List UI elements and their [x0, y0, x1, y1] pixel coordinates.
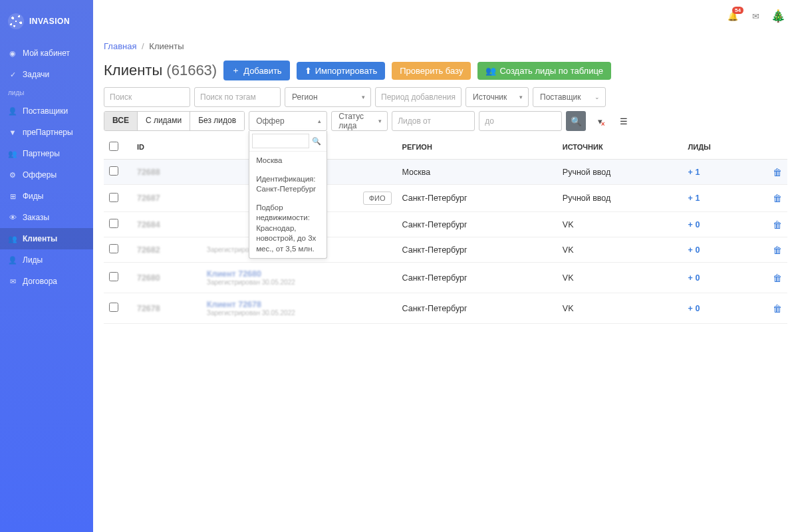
- logo-icon: [8, 13, 24, 29]
- sidebar-item-offers[interactable]: ⚙ Офферы: [0, 164, 93, 186]
- delete-button[interactable]: 🗑: [773, 219, 782, 230]
- table-row[interactable]: 72687 ФИО Санкт-Петербург Ручной ввод + …: [104, 185, 787, 212]
- user-menu[interactable]: 🎄: [771, 9, 785, 23]
- add-lead-button[interactable]: + 0: [688, 304, 700, 313]
- delete-button[interactable]: 🗑: [773, 273, 782, 283]
- cell-client-name: Клиент 72680: [207, 269, 392, 279]
- cell-region: Санкт-Петербург: [397, 293, 557, 324]
- delete-button[interactable]: 🗑: [773, 193, 782, 203]
- row-checkbox[interactable]: [109, 219, 118, 228]
- offer-select[interactable]: Оффер▴: [249, 111, 327, 131]
- delete-button[interactable]: 🗑: [773, 303, 782, 314]
- leads-from-input[interactable]: [392, 111, 475, 131]
- col-id[interactable]: ID: [132, 135, 201, 160]
- sidebar-item-clients[interactable]: 👥 Клиенты: [0, 228, 93, 249]
- cell-source: VK: [557, 263, 683, 293]
- sidebar-item-cabinet[interactable]: ◉ Мой кабинет: [0, 43, 93, 64]
- topbar: 🔔 54 ✉ 🎄: [93, 0, 798, 32]
- page-header: Клиенты (61663) ＋ Добавить ⬆ Импортирова…: [104, 61, 787, 80]
- cell-source: Ручной ввод: [557, 160, 683, 185]
- add-lead-button[interactable]: + 0: [688, 273, 700, 283]
- add-lead-button[interactable]: + 0: [688, 245, 700, 255]
- dropdown-option[interactable]: Идентификация: Санкт-Петербург: [249, 170, 327, 199]
- dropdown-option[interactable]: Москва: [249, 152, 327, 170]
- cell-source: VK: [557, 212, 683, 237]
- logo[interactable]: INVASION: [0, 7, 93, 36]
- add-lead-button[interactable]: + 1: [688, 168, 700, 177]
- funnel-clear-icon: ▾: [598, 116, 602, 126]
- cell-region: Санкт-Петербург: [397, 237, 557, 263]
- tree-icon: 🎄: [771, 9, 785, 23]
- user-icon: 👤: [8, 106, 17, 116]
- upload-icon: ⬆: [305, 66, 312, 76]
- tab-all[interactable]: ВСЕ: [104, 112, 138, 130]
- period-input[interactable]: [375, 87, 462, 107]
- table-row[interactable]: 72688 Москва Ручной ввод + 1 🗑: [104, 160, 787, 185]
- row-checkbox[interactable]: [109, 244, 118, 253]
- tab-with-leads[interactable]: С лидами: [138, 112, 190, 130]
- table-row[interactable]: 72680 Клиент 72680Зарегистрирован 30.05.…: [104, 263, 787, 293]
- col-leads[interactable]: ЛИДЫ: [683, 135, 759, 160]
- table-row[interactable]: 72678 Клиент 72678Зарегистрирован 30.05.…: [104, 293, 787, 324]
- row-checkbox[interactable]: [109, 272, 118, 281]
- sidebar-item-contracts[interactable]: ✉ Договора: [0, 271, 93, 292]
- row-checkbox[interactable]: [109, 193, 118, 202]
- create-leads-button[interactable]: 👥 Создать лиды по таблице: [477, 62, 611, 80]
- lead-status-select[interactable]: Статус лида▾: [331, 111, 388, 131]
- dropdown-option[interactable]: Подбор недвижимости: Краснодар, новостро…: [249, 199, 327, 258]
- check-db-button[interactable]: Проверить базу: [392, 62, 471, 80]
- notification-badge: 54: [732, 7, 743, 14]
- search-input[interactable]: [104, 87, 190, 107]
- row-checkbox[interactable]: [109, 303, 118, 312]
- table-row[interactable]: 72684 Санкт-Петербург VK + 0 🗑: [104, 212, 787, 237]
- sidebar-item-orders[interactable]: 👁 Заказы: [0, 207, 93, 228]
- messages-button[interactable]: ✉: [749, 9, 762, 23]
- row-checkbox[interactable]: [109, 166, 118, 176]
- chevron-down-icon: ⌄: [595, 94, 600, 100]
- import-button[interactable]: ⬆ Импортировать: [297, 62, 386, 80]
- sidebar-item-tasks[interactable]: ✓ Задачи: [0, 64, 93, 85]
- chevron-down-icon: ▾: [378, 118, 382, 124]
- region-select[interactable]: Регион▾: [285, 87, 371, 107]
- table-row[interactable]: 72682 Зарегистрирован 30.05.2022 Санкт-П…: [104, 237, 787, 263]
- cell-region: Санкт-Петербург: [397, 212, 557, 237]
- fio-badge: ФИО: [363, 192, 392, 205]
- supplier-select[interactable]: Поставщик⌄: [533, 87, 606, 107]
- trash-icon: 🗑: [773, 303, 782, 314]
- source-select[interactable]: Источник▾: [466, 87, 529, 107]
- delete-button[interactable]: 🗑: [773, 245, 782, 255]
- nav: ◉ Мой кабинет ✓ Задачи лиды 👤 Поставщики…: [0, 43, 93, 292]
- sidebar-item-partners[interactable]: 👥 Партнеры: [0, 143, 93, 164]
- leads-to-input[interactable]: [479, 111, 562, 131]
- breadcrumb-home[interactable]: Главная: [104, 41, 136, 51]
- dropdown-list[interactable]: Москва Идентификация: Санкт-Петербург По…: [249, 152, 327, 258]
- dropdown-search-input[interactable]: [252, 134, 309, 148]
- add-lead-button[interactable]: + 1: [688, 194, 700, 203]
- add-lead-button[interactable]: + 0: [688, 220, 700, 229]
- check-icon: ✓: [8, 70, 17, 79]
- add-button[interactable]: ＋ Добавить: [223, 61, 289, 80]
- col-region[interactable]: РЕГИОН: [397, 135, 557, 160]
- trash-icon: 🗑: [773, 167, 782, 178]
- filter-row-1: Регион▾ Источник▾ Поставщик⌄: [104, 87, 787, 107]
- tags-search-input[interactable]: [194, 87, 281, 107]
- clear-filters-button[interactable]: ▾: [590, 111, 610, 131]
- search-button[interactable]: 🔍: [566, 111, 586, 131]
- main: 🔔 54 ✉ 🎄 Главная / Клиенты Клиенты (6166…: [93, 0, 798, 532]
- delete-button[interactable]: 🗑: [773, 167, 782, 178]
- trash-icon: 🗑: [773, 219, 782, 230]
- cell-registered: Зарегистрирован 30.05.2022: [207, 279, 392, 286]
- sidebar-item-prepartners[interactable]: ▼ преПартнеры: [0, 122, 93, 143]
- menu-icon: ☰: [620, 116, 628, 126]
- sidebar-item-leads[interactable]: 👤 Лиды: [0, 249, 93, 271]
- table-body: 72688 Москва Ручной ввод + 1 🗑 72687 ФИО…: [104, 160, 787, 324]
- sidebar-item-feeds[interactable]: ⊞ Фиды: [0, 186, 93, 207]
- notifications-button[interactable]: 🔔 54: [726, 9, 739, 23]
- tab-without-leads[interactable]: Без лидов: [190, 112, 244, 130]
- client-id: 72678: [137, 304, 160, 313]
- select-all-checkbox[interactable]: [109, 142, 118, 151]
- sidebar-item-suppliers[interactable]: 👤 Поставщики: [0, 100, 93, 122]
- menu-button[interactable]: ☰: [614, 111, 634, 131]
- col-source[interactable]: ИСТОЧНИК: [557, 135, 683, 160]
- breadcrumb: Главная / Клиенты: [104, 32, 787, 61]
